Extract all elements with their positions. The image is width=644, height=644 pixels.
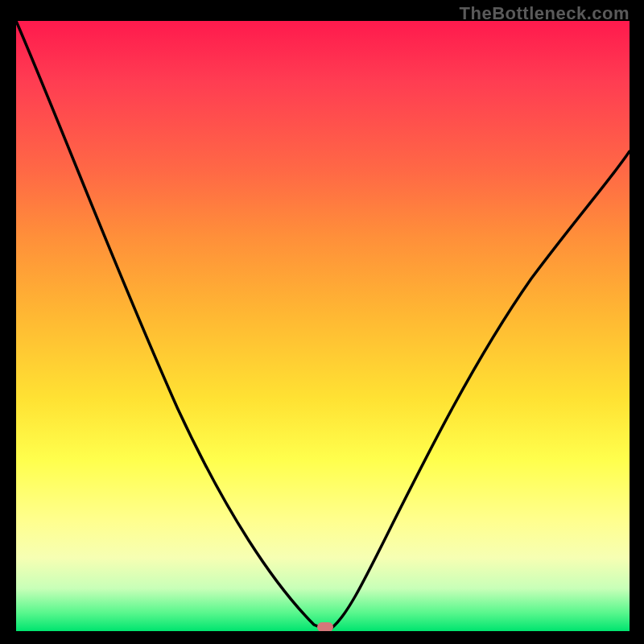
plot-area [16, 21, 630, 631]
optimum-marker [317, 622, 333, 631]
bottleneck-curve [16, 21, 630, 628]
curve-svg [16, 21, 630, 631]
chart-frame: TheBottleneck.com [0, 0, 644, 644]
